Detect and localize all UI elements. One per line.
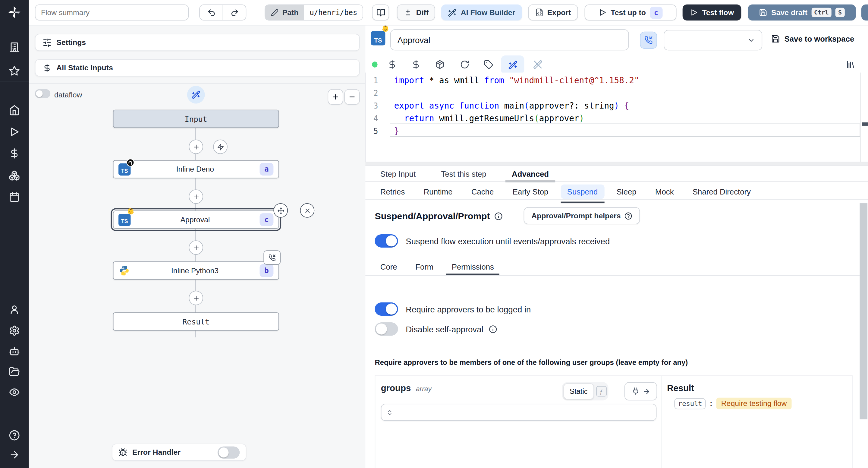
disable-self-approval-toggle[interactable]: [375, 322, 398, 335]
tab-runtime[interactable]: Runtime: [417, 184, 459, 199]
tab-core[interactable]: Core: [375, 259, 402, 275]
connect-input-button[interactable]: [624, 382, 657, 401]
graph-node-approval[interactable]: TS👶 Approval c: [113, 210, 279, 229]
graph-node-inline-python3[interactable]: Inline Python3 b: [113, 261, 279, 280]
flow-summary-input[interactable]: [35, 4, 189, 21]
delete-step-button[interactable]: [300, 203, 315, 218]
save-draft-label: Save draft: [771, 8, 807, 17]
tab-suspend[interactable]: Suspend: [561, 184, 604, 199]
static-mode-button[interactable]: Static: [564, 383, 594, 399]
info-icon[interactable]: [489, 325, 497, 333]
info-icon[interactable]: [494, 212, 503, 221]
move-step-button[interactable]: [273, 203, 288, 218]
tab-form[interactable]: Form: [410, 259, 439, 275]
all-static-inputs-button[interactable]: All Static Inputs: [35, 59, 360, 77]
require-logged-in-label: Require approvers to be logged in: [406, 304, 531, 314]
add-step-button[interactable]: [189, 291, 203, 305]
add-step-button[interactable]: [189, 189, 203, 204]
wand-off-icon[interactable]: [533, 60, 542, 69]
library-icon[interactable]: [846, 60, 855, 69]
tab-retries[interactable]: Retries: [374, 184, 412, 199]
undo-button[interactable]: [200, 5, 222, 20]
tab-test-this-step[interactable]: Test this step: [435, 166, 493, 181]
ai-flow-builder-button[interactable]: AI Flow Builder: [441, 4, 522, 21]
kbd-ctrl: Ctrl: [811, 8, 832, 17]
ai-graph-wand-button[interactable]: [187, 86, 205, 104]
workspace-icon[interactable]: [9, 41, 20, 53]
ai-assist-button[interactable]: [501, 56, 524, 74]
require-logged-in-toggle[interactable]: [375, 302, 398, 316]
add-step-button[interactable]: [189, 240, 203, 255]
windmill-logo-icon[interactable]: [7, 5, 22, 20]
tab-permissions[interactable]: Permissions: [446, 259, 499, 275]
graph-node-result[interactable]: Result: [113, 313, 279, 331]
function-mode-button[interactable]: ƒ: [596, 386, 607, 397]
flow-settings-button[interactable]: Settings: [35, 34, 360, 51]
suspend-section-title-row: Suspend/Approval/Prompt: [375, 211, 502, 222]
dataflow-toggle[interactable]: [35, 89, 50, 98]
suspend-flow-toggle[interactable]: [375, 234, 398, 247]
favorites-icon[interactable]: [9, 65, 20, 77]
package-icon[interactable]: [435, 60, 444, 69]
advanced-tabs: Retries Runtime Cache Early Stop Suspend…: [374, 183, 757, 200]
zoom-in-button[interactable]: [328, 89, 343, 105]
test-flow-button[interactable]: Test flow: [683, 4, 741, 21]
kbd-s: S: [835, 8, 845, 17]
vertical-scrollbar[interactable]: [860, 203, 867, 419]
save-icon: [771, 34, 780, 43]
zap-icon: [217, 143, 224, 150]
docs-button[interactable]: [372, 4, 389, 21]
line-number: 1: [366, 76, 378, 84]
path-button[interactable]: Path u/henri/bes: [265, 4, 364, 21]
redo-button[interactable]: [222, 5, 246, 20]
workers-icon[interactable]: [9, 346, 20, 357]
tag-icon[interactable]: [484, 60, 493, 69]
result-row: result : Require testing flow: [674, 398, 792, 409]
save-to-workspace-button[interactable]: Save to workspace: [771, 34, 855, 43]
add-step-button[interactable]: [189, 140, 203, 154]
diff-button[interactable]: Diff: [397, 4, 435, 21]
approval-step-badge: [264, 250, 281, 265]
resources-icon[interactable]: [411, 60, 421, 69]
add-trigger-button[interactable]: [213, 140, 227, 154]
resize-handle[interactable]: [365, 162, 868, 166]
schedules-icon[interactable]: [9, 192, 20, 203]
resources-icon[interactable]: [9, 170, 20, 181]
tab-early-stop[interactable]: Early Stop: [506, 184, 555, 199]
expand-sidebar-icon[interactable]: [9, 449, 20, 461]
tab-shared-directory[interactable]: Shared Directory: [686, 184, 757, 199]
reload-icon[interactable]: [460, 60, 469, 69]
tab-cache[interactable]: Cache: [465, 184, 500, 199]
tab-advanced[interactable]: Advanced: [505, 166, 555, 181]
groups-array-input[interactable]: [381, 404, 657, 421]
zoom-out-button[interactable]: [344, 89, 360, 105]
groups-hint-label: Require approvers to be members of one o…: [375, 358, 688, 367]
approval-prompt-helpers-button[interactable]: Approval/Prompt helpers: [524, 207, 640, 224]
save-draft-button[interactable]: Save draftCtrlS: [748, 4, 856, 21]
audit-logs-icon[interactable]: [9, 387, 20, 398]
tab-step-input[interactable]: Step Input: [374, 166, 422, 181]
code-editor[interactable]: 1import * as wmill from "windmill-client…: [365, 73, 868, 162]
suspend-title: Suspend/Approval/Prompt: [375, 211, 490, 222]
error-handler-toggle[interactable]: [218, 446, 240, 458]
panel-divider: [29, 83, 366, 84]
variables-icon[interactable]: [9, 148, 20, 159]
approval-step-button[interactable]: [640, 32, 657, 49]
step-name-input[interactable]: [390, 29, 629, 50]
graph-node-inline-deno[interactable]: TS Inline Deno a: [113, 160, 279, 178]
graph-node-input[interactable]: Input: [113, 110, 279, 128]
export-button[interactable]: Export: [528, 4, 578, 21]
home-icon[interactable]: [9, 105, 20, 116]
settings-icon[interactable]: [9, 325, 20, 336]
tab-sleep[interactable]: Sleep: [610, 184, 643, 199]
variables-icon[interactable]: [388, 60, 397, 69]
users-icon[interactable]: [9, 304, 20, 315]
test-up-to-button[interactable]: Test up toc: [585, 4, 677, 21]
overflow-button[interactable]: [861, 4, 868, 21]
runs-icon[interactable]: [9, 126, 20, 138]
app-sidebar: [0, 0, 29, 468]
tab-mock[interactable]: Mock: [649, 184, 681, 199]
folders-icon[interactable]: [9, 366, 20, 377]
script-version-select[interactable]: [664, 30, 762, 50]
help-icon[interactable]: [9, 430, 20, 441]
